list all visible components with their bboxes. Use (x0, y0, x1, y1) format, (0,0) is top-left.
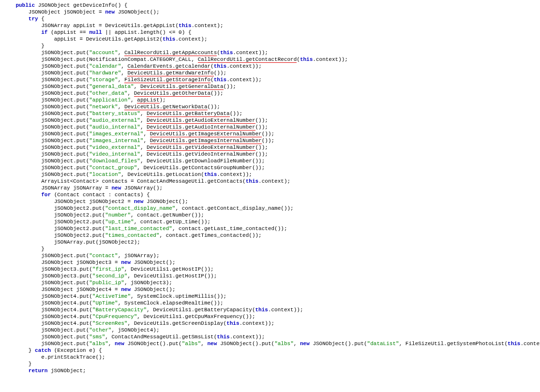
code-block: public JSONObject getDeviceInfo() { JSON… (0, 0, 540, 376)
